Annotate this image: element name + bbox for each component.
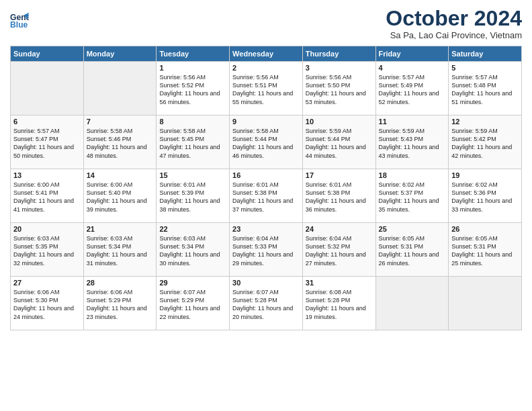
calendar-week-2: 6 Sunrise: 5:57 AMSunset: 5:47 PMDayligh… (11, 116, 522, 169)
day-number: 14 (87, 171, 154, 179)
calendar-cell: 20 Sunrise: 6:03 AMSunset: 5:35 PMDaylig… (11, 223, 84, 277)
calendar-cell: 4 Sunrise: 5:57 AMSunset: 5:49 PMDayligh… (375, 62, 449, 116)
cell-info: Sunrise: 6:04 AMSunset: 5:33 PMDaylight:… (232, 234, 300, 267)
logo: General Blue (10, 10, 31, 29)
calendar-week-3: 13 Sunrise: 6:00 AMSunset: 5:41 PMDaylig… (11, 169, 522, 223)
day-number: 25 (379, 225, 446, 233)
calendar-week-1: 1 Sunrise: 5:56 AMSunset: 5:52 PMDayligh… (11, 62, 522, 116)
day-number: 2 (232, 64, 300, 72)
cell-info: Sunrise: 6:00 AMSunset: 5:40 PMDaylight:… (87, 181, 154, 214)
logo-icon: General Blue (10, 10, 29, 29)
cell-info: Sunrise: 6:08 AMSunset: 5:28 PMDaylight:… (306, 288, 373, 321)
calendar-cell: 14 Sunrise: 6:00 AMSunset: 5:40 PMDaylig… (83, 169, 157, 223)
day-number: 16 (232, 171, 300, 179)
calendar-cell: 27 Sunrise: 6:06 AMSunset: 5:30 PMDaylig… (11, 277, 84, 330)
calendar-cell: 29 Sunrise: 6:07 AMSunset: 5:29 PMDaylig… (157, 277, 230, 330)
cell-info: Sunrise: 6:03 AMSunset: 5:34 PMDaylight:… (159, 234, 226, 267)
calendar-cell: 31 Sunrise: 6:08 AMSunset: 5:28 PMDaylig… (302, 277, 375, 330)
calendar-cell: 15 Sunrise: 6:01 AMSunset: 5:39 PMDaylig… (157, 169, 230, 223)
day-number: 20 (13, 225, 81, 233)
weekday-header-saturday: Saturday (449, 46, 522, 62)
calendar-cell: 26 Sunrise: 6:05 AMSunset: 5:31 PMDaylig… (449, 223, 522, 277)
calendar-cell: 9 Sunrise: 5:58 AMSunset: 5:44 PMDayligh… (230, 116, 303, 169)
day-number: 11 (379, 118, 446, 126)
day-number: 1 (159, 64, 226, 72)
cell-info: Sunrise: 5:58 AMSunset: 5:45 PMDaylight:… (159, 127, 226, 160)
calendar-cell: 30 Sunrise: 6:07 AMSunset: 5:28 PMDaylig… (230, 277, 303, 330)
calendar-table: SundayMondayTuesdayWednesdayThursdayFrid… (10, 46, 522, 330)
day-number: 5 (451, 64, 519, 72)
cell-info: Sunrise: 6:06 AMSunset: 5:30 PMDaylight:… (13, 288, 81, 321)
cell-info: Sunrise: 5:56 AMSunset: 5:51 PMDaylight:… (232, 73, 300, 106)
day-number: 29 (159, 279, 226, 287)
day-number: 31 (306, 279, 373, 287)
cell-info: Sunrise: 6:02 AMSunset: 5:36 PMDaylight:… (451, 181, 519, 214)
calendar-cell: 7 Sunrise: 5:58 AMSunset: 5:46 PMDayligh… (83, 116, 157, 169)
calendar-cell: 5 Sunrise: 5:57 AMSunset: 5:48 PMDayligh… (449, 62, 522, 116)
month-title: October 2024 (386, 7, 522, 30)
cell-info: Sunrise: 5:59 AMSunset: 5:42 PMDaylight:… (451, 127, 519, 160)
cell-info: Sunrise: 6:01 AMSunset: 5:38 PMDaylight:… (232, 181, 300, 214)
weekday-header-sunday: Sunday (11, 46, 84, 62)
weekday-header-friday: Friday (375, 46, 449, 62)
day-number: 12 (451, 118, 519, 126)
weekday-header-row: SundayMondayTuesdayWednesdayThursdayFrid… (11, 46, 522, 62)
day-number: 3 (306, 64, 373, 72)
calendar-week-4: 20 Sunrise: 6:03 AMSunset: 5:35 PMDaylig… (11, 223, 522, 277)
calendar-cell: 1 Sunrise: 5:56 AMSunset: 5:52 PMDayligh… (157, 62, 230, 116)
calendar-cell: 6 Sunrise: 5:57 AMSunset: 5:47 PMDayligh… (11, 116, 84, 169)
day-number: 8 (159, 118, 226, 126)
calendar-cell: 28 Sunrise: 6:06 AMSunset: 5:29 PMDaylig… (83, 277, 157, 330)
cell-info: Sunrise: 6:06 AMSunset: 5:29 PMDaylight:… (87, 288, 154, 321)
day-number: 30 (232, 279, 300, 287)
cell-info: Sunrise: 5:57 AMSunset: 5:48 PMDaylight:… (451, 73, 519, 106)
cell-info: Sunrise: 6:02 AMSunset: 5:37 PMDaylight:… (379, 181, 446, 214)
calendar-cell: 2 Sunrise: 5:56 AMSunset: 5:51 PMDayligh… (230, 62, 303, 116)
calendar-week-5: 27 Sunrise: 6:06 AMSunset: 5:30 PMDaylig… (11, 277, 522, 330)
day-number: 18 (379, 171, 446, 179)
calendar-cell: 17 Sunrise: 6:01 AMSunset: 5:38 PMDaylig… (302, 169, 375, 223)
calendar-cell: 19 Sunrise: 6:02 AMSunset: 5:36 PMDaylig… (449, 169, 522, 223)
day-number: 9 (232, 118, 300, 126)
day-number: 21 (87, 225, 154, 233)
calendar-cell: 24 Sunrise: 6:04 AMSunset: 5:32 PMDaylig… (302, 223, 375, 277)
title-block: October 2024 Sa Pa, Lao Cai Province, Vi… (386, 7, 522, 40)
day-number: 28 (87, 279, 154, 287)
day-number: 22 (159, 225, 226, 233)
day-number: 17 (306, 171, 373, 179)
calendar-cell: 21 Sunrise: 6:03 AMSunset: 5:34 PMDaylig… (83, 223, 157, 277)
day-number: 26 (451, 225, 519, 233)
calendar-cell: 8 Sunrise: 5:58 AMSunset: 5:45 PMDayligh… (157, 116, 230, 169)
calendar-cell: 10 Sunrise: 5:59 AMSunset: 5:44 PMDaylig… (302, 116, 375, 169)
day-number: 15 (159, 171, 226, 179)
day-number: 27 (13, 279, 81, 287)
day-number: 13 (13, 171, 81, 179)
weekday-header-tuesday: Tuesday (157, 46, 230, 62)
day-number: 10 (306, 118, 373, 126)
calendar-cell: 3 Sunrise: 5:56 AMSunset: 5:50 PMDayligh… (302, 62, 375, 116)
cell-info: Sunrise: 5:58 AMSunset: 5:44 PMDaylight:… (232, 127, 300, 160)
day-number: 4 (379, 64, 446, 72)
cell-info: Sunrise: 6:01 AMSunset: 5:38 PMDaylight:… (306, 181, 373, 214)
day-number: 24 (306, 225, 373, 233)
weekday-header-wednesday: Wednesday (230, 46, 303, 62)
cell-info: Sunrise: 6:04 AMSunset: 5:32 PMDaylight:… (306, 234, 373, 267)
cell-info: Sunrise: 5:58 AMSunset: 5:46 PMDaylight:… (87, 127, 154, 160)
cell-info: Sunrise: 6:07 AMSunset: 5:29 PMDaylight:… (159, 288, 226, 321)
cell-info: Sunrise: 6:03 AMSunset: 5:34 PMDaylight:… (87, 234, 154, 267)
cell-info: Sunrise: 6:01 AMSunset: 5:39 PMDaylight:… (159, 181, 226, 214)
calendar-cell (11, 62, 84, 116)
calendar-cell (449, 277, 522, 330)
calendar-cell (83, 62, 157, 116)
cell-info: Sunrise: 5:59 AMSunset: 5:43 PMDaylight:… (379, 127, 446, 160)
cell-info: Sunrise: 5:56 AMSunset: 5:52 PMDaylight:… (159, 73, 226, 106)
day-number: 23 (232, 225, 300, 233)
calendar-cell (375, 277, 449, 330)
calendar-cell: 16 Sunrise: 6:01 AMSunset: 5:38 PMDaylig… (230, 169, 303, 223)
cell-info: Sunrise: 6:03 AMSunset: 5:35 PMDaylight:… (13, 234, 81, 267)
cell-info: Sunrise: 5:57 AMSunset: 5:49 PMDaylight:… (379, 73, 446, 106)
cell-info: Sunrise: 5:57 AMSunset: 5:47 PMDaylight:… (13, 127, 81, 160)
cell-info: Sunrise: 6:00 AMSunset: 5:41 PMDaylight:… (13, 181, 81, 214)
calendar-cell: 12 Sunrise: 5:59 AMSunset: 5:42 PMDaylig… (449, 116, 522, 169)
location-subtitle: Sa Pa, Lao Cai Province, Vietnam (386, 30, 522, 40)
